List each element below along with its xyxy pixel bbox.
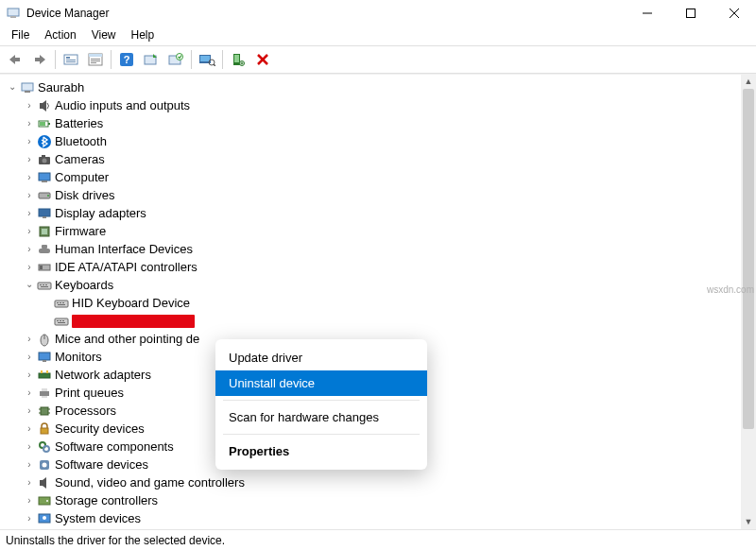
tree-node-label: Bluetooth	[55, 132, 107, 150]
svg-rect-76	[46, 370, 48, 373]
minimize-button[interactable]	[626, 0, 669, 26]
tree-node-label: HID Keyboard Device	[72, 294, 190, 312]
context-menu: Update driverUninstall deviceScan for ha…	[215, 339, 427, 470]
tree-category[interactable]: ›Bluetooth	[6, 132, 756, 150]
svg-rect-90	[40, 480, 43, 486]
tree-category[interactable]: ›Human Interface Devices	[6, 240, 756, 258]
svg-rect-27	[234, 55, 239, 62]
tree-node-label: Display adapters	[55, 204, 146, 222]
tree-category[interactable]: ›System devices	[6, 509, 756, 527]
svg-point-87	[43, 446, 49, 452]
scroll-down-button[interactable]: ▼	[741, 514, 756, 529]
svg-rect-78	[42, 388, 47, 391]
svg-rect-23	[200, 56, 210, 61]
expand-chevron-icon[interactable]: ›	[23, 240, 36, 258]
tree-category[interactable]: ›IDE ATA/ATAPI controllers	[6, 258, 756, 276]
menu-help[interactable]: Help	[124, 26, 163, 45]
context-menu-item[interactable]: Uninstall device	[215, 370, 427, 396]
menu-file[interactable]: File	[4, 26, 37, 45]
expand-chevron-icon[interactable]: ›	[23, 132, 36, 150]
tree-category[interactable]: ⌄Keyboards	[6, 276, 756, 294]
svg-rect-60	[55, 301, 68, 307]
scroll-up-button[interactable]: ▲	[741, 74, 756, 89]
scan-hardware-button[interactable]	[196, 48, 218, 71]
expand-chevron-icon[interactable]: ›	[23, 114, 36, 132]
svg-text:?: ?	[124, 54, 130, 65]
tree-category[interactable]: ›Display adapters	[6, 204, 756, 222]
security-icon	[36, 421, 53, 437]
expand-chevron-icon[interactable]: ›	[23, 96, 36, 114]
tree-category[interactable]: ›Storage controllers	[6, 491, 756, 509]
context-menu-item[interactable]: Scan for hardware changes	[215, 404, 427, 430]
tree-node-label: Network adapters	[55, 366, 151, 384]
expand-chevron-icon[interactable]: ⌄	[6, 77, 19, 95]
tree-category[interactable]: ›Disk drives	[6, 186, 756, 204]
menu-action[interactable]: Action	[37, 26, 83, 45]
expand-chevron-icon[interactable]: ›	[23, 258, 36, 276]
svg-rect-16	[91, 62, 96, 63]
expand-chevron-icon[interactable]: ›	[23, 402, 36, 420]
tree-category[interactable]: ›Batteries	[6, 114, 756, 132]
tree-category[interactable]: ›Cameras	[6, 150, 756, 168]
remove-button[interactable]	[251, 48, 274, 71]
battery-icon	[36, 116, 53, 131]
scroll-thumb[interactable]	[743, 89, 754, 429]
keyboard-icon	[36, 278, 53, 293]
back-button[interactable]	[4, 48, 26, 71]
svg-rect-1	[10, 16, 16, 18]
forward-button[interactable]	[28, 48, 51, 71]
expand-chevron-icon[interactable]: ›	[23, 150, 36, 168]
tree-category[interactable]: ›Computer	[6, 168, 756, 186]
expand-chevron-icon[interactable]: ›	[23, 186, 36, 204]
expand-chevron-icon[interactable]: ›	[23, 438, 36, 455]
svg-rect-50	[42, 229, 47, 234]
tree-node-label: Computer	[55, 168, 109, 186]
expand-chevron-icon[interactable]: ›	[23, 420, 36, 438]
expand-chevron-icon[interactable]: ›	[23, 473, 36, 491]
keyboard-icon	[53, 314, 70, 329]
help-button[interactable]: ?	[115, 48, 138, 71]
expand-chevron-icon[interactable]: ›	[23, 366, 36, 384]
menu-view[interactable]: View	[84, 26, 124, 45]
close-button[interactable]	[713, 0, 756, 26]
tree-node-label: Human Interface Devices	[55, 240, 193, 258]
computer-icon	[36, 170, 53, 185]
tree-device[interactable]: ›	[6, 312, 756, 330]
add-legacy-button[interactable]	[227, 48, 249, 71]
expand-chevron-icon[interactable]: ›	[23, 168, 36, 186]
cpu-icon	[36, 404, 53, 419]
expand-chevron-icon[interactable]: ›	[23, 491, 36, 509]
svg-rect-68	[62, 320, 64, 321]
update-driver-button[interactable]	[140, 48, 163, 71]
svg-point-89	[43, 462, 47, 467]
expand-chevron-icon[interactable]: ›	[23, 222, 36, 240]
expand-chevron-icon[interactable]: ⌄	[23, 275, 36, 293]
tree-category[interactable]: ›Sound, video and game controllers	[6, 473, 756, 491]
expand-chevron-icon[interactable]: ›	[23, 330, 36, 348]
menubar: File Action View Help	[0, 26, 756, 45]
expand-chevron-icon[interactable]: ›	[23, 384, 36, 402]
expand-chevron-icon[interactable]: ›	[23, 204, 36, 222]
tree-category[interactable]: ›Firmware	[6, 222, 756, 240]
svg-rect-63	[62, 302, 64, 303]
vertical-scrollbar[interactable]: ▲ ▼	[741, 74, 756, 529]
context-menu-item[interactable]: Update driver	[215, 345, 427, 370]
svg-rect-6	[14, 58, 20, 61]
camera-icon	[36, 152, 53, 167]
uninstall-button[interactable]	[164, 48, 187, 71]
network-icon	[36, 368, 53, 383]
context-menu-item[interactable]: Properties	[215, 438, 427, 464]
tree-category[interactable]: ›Audio inputs and outputs	[6, 96, 756, 114]
tree-root[interactable]: ⌄Saurabh	[6, 78, 756, 96]
expand-chevron-icon[interactable]: ›	[23, 509, 36, 527]
svg-rect-33	[22, 83, 33, 91]
expand-chevron-icon[interactable]: ›	[23, 455, 36, 473]
svg-rect-7	[35, 58, 41, 61]
maximize-button[interactable]	[669, 0, 713, 26]
properties-button[interactable]	[84, 48, 107, 71]
svg-rect-77	[40, 391, 49, 396]
show-hidden-button[interactable]	[60, 48, 82, 71]
audio-icon	[36, 98, 53, 113]
tree-device[interactable]: ›HID Keyboard Device	[6, 294, 756, 312]
expand-chevron-icon[interactable]: ›	[23, 348, 36, 366]
